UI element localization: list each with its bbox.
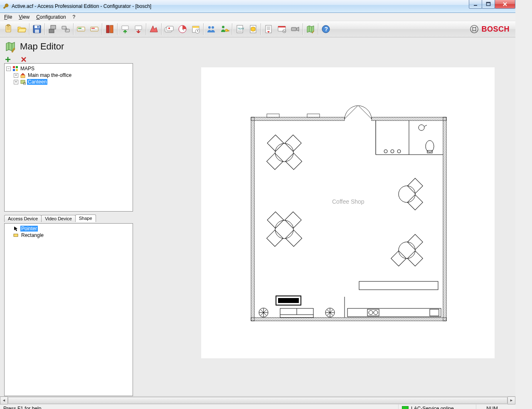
svg-rect-2 — [487, 2, 490, 3]
tab-video-device[interactable]: Video Device — [41, 215, 76, 222]
titlebar: Active.acf - Access Professional Edition… — [0, 0, 515, 13]
upload-config-button[interactable] — [119, 23, 131, 35]
svg-rect-86 — [407, 251, 423, 266]
map-tree[interactable]: − MAPS + Main map the-office + Canteen — [4, 63, 133, 212]
help-button[interactable]: ? — [320, 23, 332, 35]
tree-root-row[interactable]: − MAPS — [6, 65, 133, 72]
floorplan-label: Coffee Shop — [332, 198, 365, 205]
svg-point-82 — [399, 186, 415, 202]
svg-rect-10 — [51, 25, 56, 29]
collapse-icon[interactable]: − — [6, 67, 11, 71]
page-title: Map Editor — [20, 41, 64, 52]
maximize-button[interactable] — [482, 0, 495, 9]
toolbar-separator — [303, 23, 303, 35]
main-toolbar: TEXT ? BOSCH — [0, 21, 515, 37]
tree-item-canteen[interactable]: + Canteen — [6, 79, 133, 85]
tab-shape[interactable]: Shape — [75, 214, 96, 222]
persons-button[interactable] — [205, 23, 217, 35]
menu-help[interactable]: ? — [70, 14, 78, 20]
schedules-button[interactable] — [190, 23, 202, 35]
svg-rect-47 — [13, 66, 15, 68]
expand-icon[interactable]: + — [14, 73, 18, 78]
expand-icon[interactable]: + — [14, 80, 18, 84]
svg-point-94 — [374, 310, 378, 315]
window-title: Active.acf - Access Professional Edition… — [12, 3, 469, 9]
statusbar: Press F1 for help LAC-Service online NUM — [0, 404, 515, 409]
svg-rect-88 — [391, 251, 406, 266]
controllers-button[interactable] — [46, 23, 59, 35]
cards-button[interactable] — [163, 23, 175, 35]
svg-rect-55 — [443, 117, 446, 321]
device-link-button[interactable] — [59, 23, 72, 35]
license-button[interactable] — [276, 23, 288, 35]
horizontal-scrollbar[interactable]: ◄ ► — [0, 396, 515, 404]
svg-rect-43 — [291, 27, 296, 31]
svg-rect-4 — [7, 25, 10, 26]
svg-rect-58 — [372, 117, 446, 121]
reader-output-button[interactable] — [88, 23, 101, 35]
menu-file[interactable]: File — [2, 14, 15, 20]
video-devices-button[interactable] — [289, 23, 301, 35]
map-editor-icon — [4, 40, 17, 53]
shape-panel[interactable]: Pointer Rectangle — [4, 223, 133, 396]
svg-text:TEXT: TEXT — [238, 27, 244, 30]
svg-rect-51 — [21, 80, 25, 84]
toolbar-separator — [318, 23, 318, 35]
shape-item-label: Pointer — [20, 226, 38, 232]
svg-rect-84 — [407, 178, 423, 194]
authorizations-button[interactable] — [218, 23, 231, 35]
svg-point-30 — [208, 26, 211, 29]
status-help: Press F1 for help — [0, 404, 399, 409]
map-editor-button[interactable] — [304, 23, 317, 35]
svg-rect-91 — [347, 308, 441, 317]
delete-map-button[interactable] — [21, 57, 27, 62]
scroll-track[interactable] — [8, 397, 507, 404]
time-models-button[interactable] — [176, 23, 189, 35]
svg-rect-8 — [37, 26, 39, 28]
svg-text:?: ? — [325, 26, 328, 32]
toolbar-separator — [261, 23, 261, 35]
doors-button[interactable] — [103, 23, 116, 35]
toolbar-separator — [146, 23, 146, 35]
svg-point-72 — [275, 143, 293, 162]
shape-rectangle-item[interactable]: Rectangle — [13, 232, 132, 239]
svg-rect-76 — [267, 153, 283, 170]
shape-pointer-item[interactable]: Pointer — [13, 225, 132, 232]
log-button[interactable] — [262, 23, 275, 35]
scroll-right-button[interactable]: ► — [507, 397, 515, 404]
svg-rect-13 — [77, 27, 85, 31]
svg-point-66 — [384, 150, 387, 153]
menu-configuration[interactable]: Configuration — [34, 14, 68, 20]
download-config-button[interactable] — [132, 23, 145, 35]
svg-point-31 — [212, 26, 214, 29]
add-map-button[interactable] — [5, 57, 11, 62]
tab-access-device[interactable]: Access Device — [4, 215, 42, 222]
scroll-left-button[interactable]: ◄ — [0, 397, 8, 404]
svg-rect-97 — [278, 298, 299, 303]
areas-button[interactable] — [148, 23, 160, 35]
window-controls — [469, 0, 515, 8]
svg-rect-49 — [13, 69, 15, 71]
map-canvas[interactable]: Coffee Shop — [201, 67, 495, 358]
tree-item-main-map[interactable]: + Main map the-office — [6, 72, 133, 79]
svg-rect-22 — [135, 26, 142, 30]
toolbar-separator — [44, 23, 45, 35]
toolbar-separator — [117, 23, 118, 35]
toolbar-separator — [29, 23, 30, 35]
minimize-button[interactable] — [469, 0, 482, 9]
save-button[interactable] — [31, 23, 43, 35]
menu-view[interactable]: View — [16, 14, 32, 20]
svg-rect-92 — [367, 309, 379, 316]
open-config-button[interactable] — [15, 23, 28, 35]
scroll-thumb[interactable] — [8, 397, 507, 404]
device-tabstrip: Access Device Video Device Shape — [4, 213, 133, 222]
svg-rect-21 — [122, 26, 128, 30]
db-report-button[interactable] — [247, 23, 259, 35]
text-report-button[interactable]: TEXT — [234, 23, 246, 35]
status-numlock: NUM — [476, 404, 508, 409]
close-button[interactable] — [495, 0, 515, 9]
svg-rect-18 — [91, 30, 97, 30]
svg-rect-53 — [14, 234, 18, 237]
reader-input-button[interactable] — [75, 23, 87, 35]
new-config-button[interactable] — [2, 23, 15, 35]
